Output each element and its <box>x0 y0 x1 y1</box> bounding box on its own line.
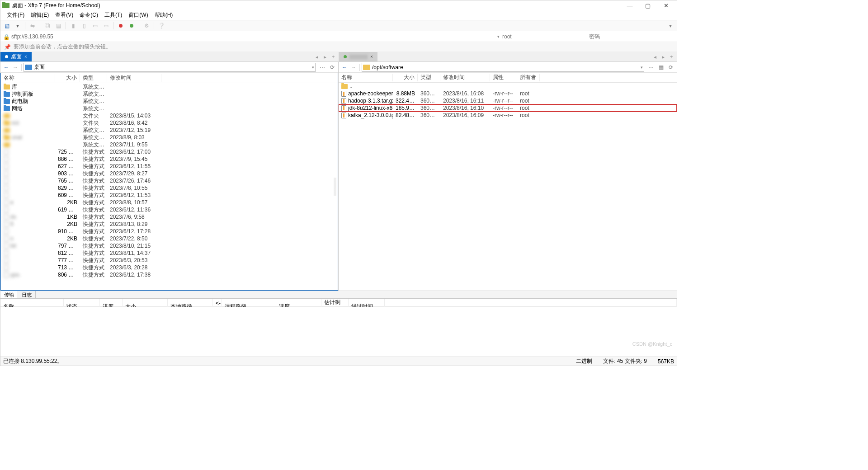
menu-window[interactable]: 窗口(W) <box>126 10 151 20</box>
back-icon[interactable]: ← <box>2 63 10 71</box>
list-item[interactable]: 903 Bytes快捷方式2023/7/29, 8:27 <box>1 170 338 177</box>
col-attr[interactable]: 属性 <box>490 74 517 81</box>
fwd-icon[interactable]: → <box>349 63 358 71</box>
right-columns[interactable]: 名称 大小 类型 修改时间 属性 所有者 <box>339 73 677 83</box>
col-size[interactable]: 大小 <box>393 74 418 81</box>
left-path-input[interactable] <box>34 64 312 70</box>
password-input[interactable] <box>589 33 674 40</box>
list-item[interactable]: .. <box>339 83 677 90</box>
list-item[interactable]: 725 Bytes快捷方式2023/6/12, 17:00 <box>1 148 338 155</box>
view2-icon[interactable]: ▯ <box>80 22 89 30</box>
up-icon[interactable]: ⋯ <box>318 63 326 71</box>
tab-next-icon[interactable]: ▸ <box>321 54 329 60</box>
view3-icon[interactable]: ▭ <box>90 22 99 30</box>
green-dot-icon[interactable] <box>127 22 136 30</box>
col-mtime[interactable]: 修改时间 <box>107 74 161 82</box>
col-type[interactable]: 类型 <box>80 74 107 82</box>
list-item[interactable]: 910 Bytes快捷方式2023/6/12, 17:28 <box>1 228 338 235</box>
list-item[interactable]: kafka_2.12-3.0.0.tgz82.48MB360压缩2023/8/1… <box>339 112 677 119</box>
right-file-list[interactable]: 名称 大小 类型 修改时间 属性 所有者 ..apache-zookeeper.… <box>339 73 677 291</box>
list-item[interactable]: ds1KB快捷方式2023/7/6, 9:58 <box>1 213 338 221</box>
view1-icon[interactable]: ▮ <box>69 22 78 30</box>
list-item[interactable]: 765 Bytes快捷方式2023/7/26, 17:46 <box>1 177 338 184</box>
list-item[interactable]: 文件夹2023/8/15, 14:03 <box>1 112 338 119</box>
maximize-button[interactable]: ▢ <box>639 2 657 9</box>
tab-remote[interactable]: × <box>339 52 377 61</box>
col-type[interactable]: 类型 <box>418 74 440 81</box>
list-item[interactable]: 713 Bytes快捷方式2023/6/3, 20:28 <box>1 264 338 271</box>
list-item[interactable]: 812 Bytes快捷方式2023/8/11, 14:37 <box>1 249 338 257</box>
right-path-input[interactable] <box>372 64 641 70</box>
red-dot-icon[interactable] <box>116 22 125 30</box>
tab-prev-icon[interactable]: ◂ <box>313 54 321 60</box>
connect-icon[interactable]: ⇋ <box>28 22 37 30</box>
menu-edit[interactable]: 编辑(E) <box>28 10 52 20</box>
address-input[interactable] <box>11 33 495 41</box>
col-mtime[interactable]: 修改时间 <box>440 74 490 81</box>
list-item[interactable]: onal系统文件夹2023/8/9, 8:03 <box>1 134 338 141</box>
minimize-button[interactable]: — <box>621 2 639 9</box>
menu-tool[interactable]: 工具(T) <box>102 10 125 20</box>
copy-icon[interactable]: ⿻ <box>43 22 52 30</box>
path-dropdown-icon[interactable]: ▾ <box>312 65 314 70</box>
list-item[interactable]: jdk-8u212-linux-x6...185.98MB360压缩2023/8… <box>339 104 677 112</box>
tab-close-icon[interactable]: × <box>370 54 373 59</box>
view4-icon[interactable]: ▭ <box>101 22 110 30</box>
back-icon[interactable]: ← <box>340 63 349 71</box>
tab-add-icon[interactable]: + <box>668 54 675 60</box>
tab-transfer[interactable]: 传输 <box>0 291 18 298</box>
refresh-icon[interactable]: ⟳ <box>667 63 675 71</box>
settings-icon[interactable]: ⚙ <box>142 22 151 30</box>
close-button[interactable]: ✕ <box>657 2 675 9</box>
pin-icon[interactable]: 📌 <box>4 44 11 50</box>
list-item[interactable]: ypo.806 Bytes快捷方式2023/6/12, 17:38 <box>1 271 338 278</box>
list-item[interactable]: ft2KB快捷方式2023/8/13, 8:29 <box>1 221 338 228</box>
menu-command[interactable]: 命令(C) <box>77 10 101 20</box>
list-item[interactable]: 619 Bytes快捷方式2023/6/12, 11:36 <box>1 206 338 213</box>
list-item[interactable]: 网络系统文件夹 <box>1 105 338 112</box>
list-item[interactable]: 627 Bytes快捷方式2023/6/12, 11:55 <box>1 163 338 170</box>
new-session-icon[interactable]: ▧ <box>2 22 11 30</box>
list-item[interactable]: n2KB快捷方式2023/7/22, 8:50 <box>1 235 338 242</box>
col-name[interactable]: 名称 <box>339 74 393 81</box>
new-tab-dropdown-icon[interactable]: ▾ <box>13 22 22 30</box>
tab-add-icon[interactable]: + <box>330 54 337 60</box>
menu-file[interactable]: 文件(F) <box>4 10 27 20</box>
fwd-icon[interactable]: → <box>11 63 19 71</box>
list-item[interactable]: bit797 Bytes快捷方式2023/8/10, 21:15 <box>1 242 338 249</box>
left-path-box[interactable]: ▾ <box>24 63 316 72</box>
tab-close-icon[interactable]: × <box>24 54 27 59</box>
list-item[interactable]: 777 Bytes快捷方式2023/6/3, 20:53 <box>1 257 338 264</box>
tab-log[interactable]: 日志 <box>18 291 36 298</box>
paste-icon[interactable]: ▤ <box>54 22 63 30</box>
col-owner[interactable]: 所有者 <box>517 74 540 81</box>
list-item[interactable]: 886 Bytes快捷方式2023/7/9, 15:45 <box>1 155 338 163</box>
path-dropdown-icon[interactable]: ▾ <box>641 65 643 70</box>
user-input[interactable] <box>502 33 587 40</box>
new-folder-icon[interactable]: ▦ <box>657 63 665 71</box>
col-name[interactable]: 名称 <box>1 74 55 82</box>
menu-help[interactable]: 帮助(H) <box>152 10 176 20</box>
list-item[interactable]: 系统文件夹2023/7/11, 9:55 <box>1 141 338 148</box>
up-icon[interactable]: ⋯ <box>647 63 655 71</box>
scrollbar[interactable] <box>333 83 337 290</box>
help-icon[interactable]: ❔ <box>157 22 166 30</box>
list-item[interactable]: 库系统文件夹 <box>1 83 338 90</box>
transfer-columns[interactable]: 名称 状态 进度 大小 本地路径 <-> 远程路径 速度 估计剩余... 经过时… <box>0 299 677 307</box>
list-item[interactable]: 829 Bytes快捷方式2023/7/8, 10:55 <box>1 184 338 192</box>
refresh-icon[interactable]: ⟳ <box>328 63 336 71</box>
tab-desktop[interactable]: 桌面 × <box>0 52 32 61</box>
menu-view[interactable]: 查看(V) <box>52 10 76 20</box>
list-item[interactable]: e2KB快捷方式2023/8/8, 10:57 <box>1 199 338 206</box>
right-path-box[interactable]: ▾ <box>362 63 644 72</box>
left-columns[interactable]: 名称 大小 类型 修改时间 <box>1 73 338 83</box>
toolbar-overflow-icon[interactable]: ▾ <box>666 22 675 30</box>
tab-next-icon[interactable]: ▸ <box>660 54 667 60</box>
tab-prev-icon[interactable]: ◂ <box>651 54 659 60</box>
list-item[interactable]: 609 Bytes快捷方式2023/6/12, 11:53 <box>1 192 338 199</box>
list-item[interactable]: est文件夹2023/8/16, 8:42 <box>1 119 338 127</box>
address-dropdown-icon[interactable]: ▾ <box>497 34 500 39</box>
col-size[interactable]: 大小 <box>55 74 80 82</box>
list-item[interactable]: 此电脑系统文件夹 <box>1 98 338 105</box>
list-item[interactable]: 系统文件夹2023/7/12, 15:19 <box>1 127 338 134</box>
